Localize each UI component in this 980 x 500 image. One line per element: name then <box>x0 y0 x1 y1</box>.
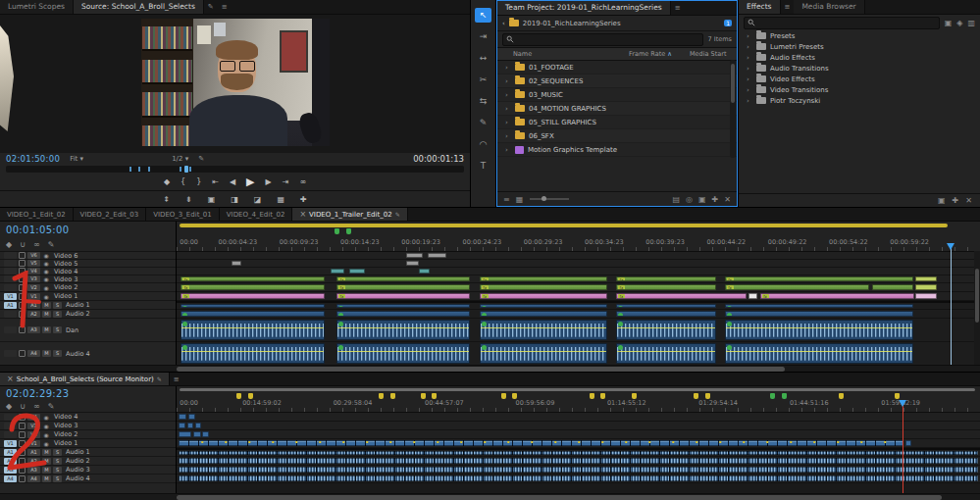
clip[interactable] <box>406 261 418 266</box>
mute-button[interactable]: M <box>42 302 51 309</box>
razor-tool[interactable]: ✂ <box>475 73 491 87</box>
track-target-v6[interactable]: V6 <box>27 252 40 259</box>
add-marker-icon[interactable]: ◆ <box>164 177 170 186</box>
track-target-v3[interactable]: V3 <box>27 275 40 282</box>
clip[interactable] <box>480 320 607 340</box>
button-editor-icon[interactable]: ✚ <box>300 195 307 204</box>
lock-icon[interactable] <box>19 458 26 465</box>
scrub-playhead[interactable] <box>184 166 188 173</box>
source-patch-a2[interactable]: A2 <box>4 458 17 465</box>
snap-icon[interactable]: ∪ <box>20 402 26 411</box>
track-target-a3[interactable]: A3 <box>27 326 40 333</box>
type-tool[interactable]: T <box>475 159 491 174</box>
clip[interactable]: fx <box>480 293 607 299</box>
sequence-marker-icon[interactable] <box>390 393 395 399</box>
go-to-in-icon[interactable]: ⇤ <box>212 177 219 186</box>
track-lane-a1[interactable] <box>177 301 980 310</box>
solo-button[interactable]: S <box>53 311 62 318</box>
panel-menu-icon[interactable]: ≡ <box>781 0 795 14</box>
new-preset-icon[interactable]: ✚ <box>953 196 959 205</box>
list-view-icon[interactable]: ≡ <box>503 195 510 204</box>
track-target-v3[interactable]: V3 <box>27 423 40 429</box>
track-target-v4[interactable]: V4 <box>27 414 40 421</box>
chevron-right-icon[interactable]: › <box>505 119 511 126</box>
sequence-marker-icon[interactable] <box>346 228 351 234</box>
clip[interactable] <box>480 343 607 364</box>
track-header-v4[interactable]: V4◉Video 4 <box>0 413 176 422</box>
sequence-marker-icon[interactable] <box>590 393 594 399</box>
panel-menu-icon[interactable]: ≡ <box>218 0 232 14</box>
new-bin-icon[interactable]: ▣ <box>698 195 706 204</box>
clip[interactable] <box>915 284 936 290</box>
work-area-bar[interactable] <box>180 224 948 227</box>
project-scrollbar[interactable] <box>730 60 736 158</box>
track-header-v1[interactable]: V1V1◉Video 1 <box>0 439 176 448</box>
project-search-box[interactable] <box>502 33 703 46</box>
clip[interactable] <box>480 304 607 308</box>
sequence-marker-icon[interactable] <box>379 393 384 399</box>
sequence-marker-icon[interactable] <box>839 393 844 399</box>
toggle-track-output-icon[interactable]: ◉ <box>42 440 50 447</box>
clip[interactable] <box>179 440 904 446</box>
lock-icon[interactable] <box>19 423 26 429</box>
playhead-head[interactable] <box>947 243 954 250</box>
mute-button[interactable]: M <box>42 350 51 357</box>
close-icon[interactable]: × <box>7 375 14 383</box>
new-item-icon[interactable]: ✚ <box>712 195 719 204</box>
source-timeline-horizontal-scrollbar[interactable] <box>0 493 980 500</box>
source-timeline-timecode[interactable]: 02:02:29:23 <box>6 388 69 399</box>
lock-icon[interactable] <box>19 475 26 482</box>
solo-button[interactable]: S <box>53 326 62 333</box>
track-target-a1[interactable]: A1 <box>27 302 40 309</box>
project-row[interactable]: ›01_FOOTAGE <box>497 61 737 75</box>
source-timeline-tab[interactable]: × School_A_Broll_Selects (Source Monitor… <box>0 373 170 385</box>
clip[interactable]: fx <box>760 293 914 299</box>
clip[interactable] <box>181 320 325 340</box>
clip[interactable] <box>419 269 430 274</box>
source-patch-v1[interactable]: V1 <box>4 293 17 300</box>
toggle-track-output-icon[interactable]: ◉ <box>42 252 50 259</box>
sequence-tab[interactable]: VIDEO_2_Edit_03 <box>74 208 147 221</box>
effects-row[interactable]: ›Video Transitions <box>739 84 980 95</box>
source-patch-v2[interactable] <box>4 431 17 438</box>
toggle-track-output-icon[interactable]: ◉ <box>42 260 50 267</box>
source-patch-a4[interactable]: A4 <box>4 475 17 482</box>
track-target-v1[interactable]: V1 <box>27 440 40 447</box>
breadcrumb[interactable]: 2019-01_RichLearningSeries <box>523 20 621 27</box>
settings-wrench-icon[interactable]: ✎ <box>198 155 204 163</box>
selection-tool[interactable]: ↖ <box>475 8 491 23</box>
track-target-a3[interactable]: A3 <box>27 467 40 474</box>
track-target-a2[interactable]: A2 <box>27 458 40 465</box>
clip[interactable] <box>336 343 470 364</box>
lock-icon[interactable] <box>19 252 26 259</box>
clip[interactable] <box>336 304 470 308</box>
yuv-effects-icon[interactable]: ▥ <box>967 19 975 27</box>
chevron-right-icon[interactable]: › <box>747 75 752 83</box>
clip[interactable]: fx <box>336 276 470 281</box>
source-patch-a2[interactable] <box>4 311 17 318</box>
clip[interactable] <box>193 431 200 437</box>
track-header-v5[interactable]: V5◉Video 5 <box>0 260 176 268</box>
track-lane-a1[interactable] <box>177 448 980 457</box>
sequence-marker-icon[interactable] <box>632 393 637 399</box>
chevron-right-icon[interactable]: › <box>747 43 752 51</box>
export-frame-icon[interactable]: ▣ <box>208 195 216 204</box>
effects-row[interactable]: ›Presets <box>739 30 980 41</box>
clip[interactable] <box>181 304 325 308</box>
insert-icon[interactable]: ◨ <box>231 195 238 204</box>
clip[interactable] <box>616 311 716 317</box>
accelerated-effects-icon[interactable]: ▣ <box>945 19 953 27</box>
play-icon[interactable]: ▶ <box>246 175 254 188</box>
hand-tool[interactable]: ◠ <box>475 137 491 152</box>
clip[interactable] <box>179 431 191 437</box>
clip[interactable]: fx <box>616 276 716 281</box>
track-lane-v3[interactable] <box>177 422 980 430</box>
source-patch-v2[interactable] <box>4 284 17 291</box>
fit-dropdown[interactable]: Fit ▾ <box>70 155 83 163</box>
track-lane-a3[interactable] <box>177 319 980 342</box>
slip-tool[interactable]: ⇆ <box>475 94 491 109</box>
chevron-right-icon[interactable]: › <box>505 132 511 140</box>
linked-selection-icon[interactable]: ∞ <box>33 402 40 411</box>
clip[interactable]: fx <box>725 284 869 290</box>
clip[interactable]: fx <box>336 293 470 299</box>
